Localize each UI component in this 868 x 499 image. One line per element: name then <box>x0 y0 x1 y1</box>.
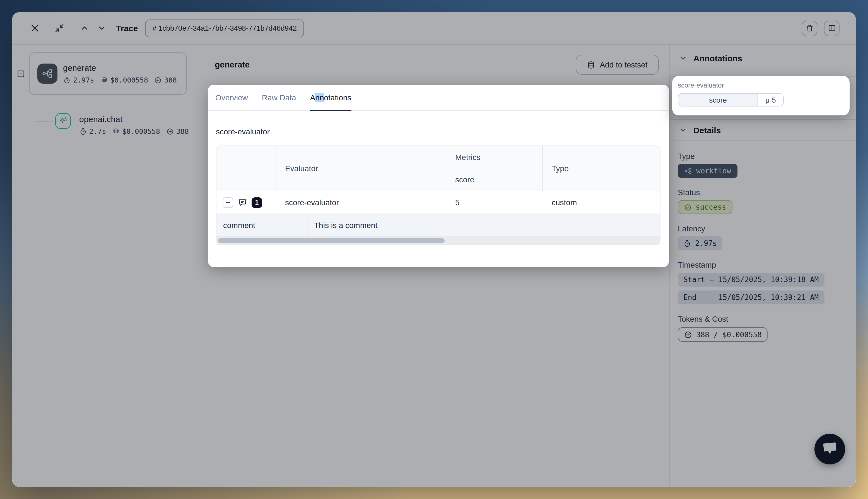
metric-mean-segment[interactable]: μ 5 <box>758 94 783 106</box>
trace-drawer: Trace # 1cbb70e7-34a1-7bb7-3498-771b7d46… <box>12 12 856 487</box>
header-cell-score: score <box>446 168 543 191</box>
collapse-row-icon[interactable] <box>222 197 233 208</box>
annotations-content: score-evaluator Evaluator Metrics score … <box>208 127 669 245</box>
evaluator-section-title: score-evaluator <box>216 127 661 136</box>
cell-evaluator: score-evaluator <box>276 191 446 214</box>
tab-overview[interactable]: Overview <box>215 85 248 110</box>
card-evaluator-label: score-evaluator <box>678 82 844 89</box>
comment-icon[interactable] <box>238 198 247 207</box>
score-metric-pill: score μ 5 <box>678 93 784 107</box>
horizontal-scrollbar[interactable] <box>216 236 660 245</box>
cell-score: 5 <box>446 191 543 214</box>
mu-symbol: μ <box>765 96 770 104</box>
metric-name-segment[interactable]: score <box>678 94 758 106</box>
score-evaluator-card: score-evaluator score μ 5 <box>672 76 849 115</box>
text-selection: nn <box>315 93 324 102</box>
scrollbar-thumb[interactable] <box>218 238 445 243</box>
header-cell-type: Type <box>543 146 660 191</box>
annotations-tab-panel: Overview Raw Data Annotations score-eval… <box>208 85 669 267</box>
table-header: Evaluator Metrics score Type <box>216 146 660 191</box>
header-cell-empty <box>216 146 276 191</box>
comment-value: This is a comment <box>309 214 660 236</box>
cell-type: custom <box>543 191 660 214</box>
header-cell-metrics: Metrics <box>446 146 543 168</box>
annotations-table: Evaluator Metrics score Type <box>216 146 661 245</box>
mean-value: 5 <box>772 96 776 104</box>
tab-annotations[interactable]: Annotations <box>310 85 351 110</box>
screen: Trace # 1cbb70e7-34a1-7bb7-3498-771b7d46… <box>0 0 868 499</box>
table-row[interactable]: 1 score-evaluator 5 custom <box>216 191 660 214</box>
comment-row: comment This is a comment <box>216 214 660 236</box>
comment-count-badge[interactable]: 1 <box>252 197 262 208</box>
comment-key: comment <box>216 214 309 236</box>
tab-raw-data[interactable]: Raw Data <box>262 85 296 110</box>
header-cell-evaluator: Evaluator <box>276 146 446 191</box>
row-controls: 1 <box>216 191 276 214</box>
span-tabs: Overview Raw Data Annotations <box>208 85 669 111</box>
